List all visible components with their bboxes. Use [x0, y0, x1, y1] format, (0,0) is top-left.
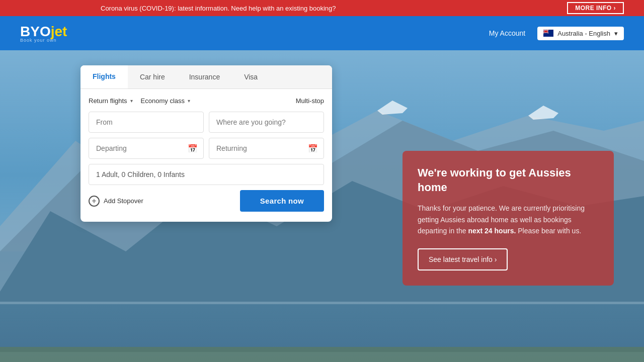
top-banner: Corona virus (COVID-19): latest informat…: [0, 0, 644, 16]
economy-class-arrow: ▾: [188, 98, 190, 104]
flight-options: Return flights ▾ Economy class ▾ Multi-s…: [89, 97, 324, 105]
info-card-body-end: Please bear with us.: [516, 227, 581, 235]
economy-class-label: Economy class: [141, 97, 185, 105]
to-input[interactable]: [209, 112, 324, 133]
more-info-button[interactable]: MORE INFO ›: [567, 2, 624, 14]
tab-car-hire[interactable]: Car hire: [128, 65, 177, 88]
from-to-row: [89, 112, 324, 133]
return-flights-arrow: ▾: [130, 98, 133, 104]
language-label: Australia - English: [557, 30, 610, 37]
tab-visa[interactable]: Visa: [232, 65, 270, 88]
passengers-row: [89, 164, 324, 185]
logo-tagline: Book your own: [20, 38, 67, 43]
plus-circle-icon: +: [89, 196, 100, 207]
info-card-body: Thanks for your patience. We are current…: [418, 203, 599, 236]
from-input[interactable]: [89, 112, 204, 133]
passengers-input[interactable]: [89, 164, 324, 185]
add-stopover-button[interactable]: + Add Stopover: [89, 196, 143, 207]
logo[interactable]: BYOjet Book your own: [20, 24, 67, 43]
add-stopover-label: Add Stopover: [104, 197, 143, 205]
language-chevron: ▾: [614, 30, 618, 37]
header: BYOjet Book your own My Account Australi…: [0, 16, 644, 50]
return-flights-label: Return flights: [89, 97, 127, 105]
economy-class-dropdown[interactable]: Economy class ▾: [141, 97, 190, 105]
my-account-button[interactable]: My Account: [489, 29, 525, 37]
multi-stop-label: Multi-stop: [296, 97, 324, 105]
departing-input[interactable]: [89, 138, 204, 159]
widget-tabs: Flights Car hire Insurance Visa: [80, 65, 332, 89]
returning-input[interactable]: [209, 138, 324, 159]
return-flights-dropdown[interactable]: Return flights ▾: [89, 97, 133, 105]
info-card-title: We're working to get Aussies home: [418, 166, 599, 195]
search-widget: Flights Car hire Insurance Visa Return f…: [80, 65, 332, 222]
departing-wrapper: 📅: [89, 138, 204, 159]
svg-rect-18: [0, 302, 644, 304]
language-selector[interactable]: Australia - English ▾: [537, 27, 624, 40]
tab-insurance[interactable]: Insurance: [177, 65, 232, 88]
search-button[interactable]: Search now: [240, 190, 324, 212]
australia-flag-icon: [543, 30, 553, 37]
banner-text: Corona virus (COVID-19): latest informat…: [101, 5, 336, 12]
header-right: My Account Australia - English ▾: [489, 27, 624, 40]
svg-rect-19: [0, 347, 644, 362]
dates-row: 📅 📅: [89, 138, 324, 159]
returning-wrapper: 📅: [209, 138, 324, 159]
info-card: We're working to get Aussies home Thanks…: [403, 151, 614, 286]
travel-info-button[interactable]: See latest travel info ›: [418, 248, 508, 270]
tab-flights[interactable]: Flights: [80, 65, 128, 88]
info-card-body-bold: next 24 hours.: [468, 227, 516, 235]
bottom-row: + Add Stopover Search now: [89, 190, 324, 212]
widget-body: Return flights ▾ Economy class ▾ Multi-s…: [80, 89, 332, 222]
